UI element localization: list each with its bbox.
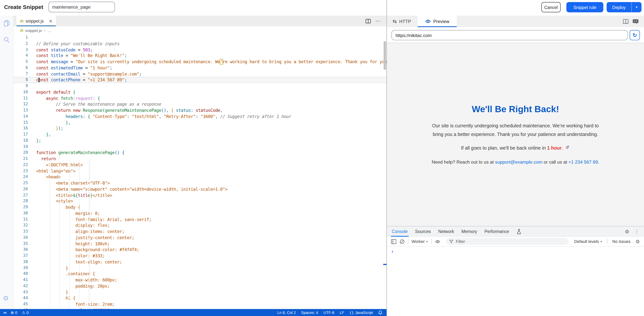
code-line[interactable]: 5const message = "Our site is currently … [14,59,387,65]
phone-link[interactable]: +1 234 567 89 [568,159,598,164]
breadcrumb-file[interactable]: snippet.js [25,28,42,33]
experiments-beaker-icon[interactable] [516,229,521,234]
code-line[interactable]: 32 display: flex; [14,222,387,228]
kebab-menu-icon[interactable]: ⋮ [634,229,639,234]
code-line[interactable]: 29 body { [14,204,387,210]
deploy-button[interactable]: Deploy [606,2,631,12]
code-line[interactable]: 46 color: #0056b3; [14,307,387,309]
code-line[interactable]: 39 } [14,265,387,271]
remote-indicator-icon[interactable]: >< [3,310,6,314]
language-mode[interactable]: {} JavaScript [350,310,373,314]
code-line[interactable]: 33 align-items: center; [14,228,387,234]
discord-chat-icon[interactable] [632,19,638,24]
warnings-indicator[interactable]: ⚠ 0 [22,310,29,315]
split-editor-icon[interactable] [366,19,371,23]
files-icon[interactable] [3,20,10,27]
code-line[interactable]: 13 return new Response(generateMaintenan… [14,107,387,113]
refresh-button[interactable]: ↻ [630,30,640,40]
cursor-position[interactable]: Ln 8, Col 2 [277,310,296,314]
code-line[interactable]: 20function generateMaintenancePage() { [14,150,387,156]
code-line[interactable]: 38 text-align: center; [14,259,387,265]
code-line[interactable]: 1 [14,35,387,41]
devtools-tab-sources[interactable]: Sources [415,226,431,236]
tab-preview[interactable]: Preview [418,16,457,27]
code-line[interactable]: 41 max-width: 600px; [14,277,387,283]
context-selector[interactable]: Worker ▾ [412,239,428,244]
deploy-dropdown-button[interactable]: ▾ [631,2,642,12]
code-line[interactable]: 45 font-size: 2rem; [14,301,387,307]
code-line[interactable]: 36 background-color: #f4f4f4; [14,247,387,253]
code-line[interactable]: 34 justify-content: center; [14,234,387,240]
code-line[interactable]: 6const estimatedTime = "1 hour"; [14,65,387,71]
code-editor[interactable]: 12// Define your customizable inputs3con… [14,35,387,309]
devtools-tab-memory[interactable]: Memory [462,226,477,236]
code-line[interactable]: 42 padding: 20px; [14,283,387,289]
editor-scrollbar[interactable] [383,35,386,309]
code-line[interactable]: 12 // Serve the maintenance page as a re… [14,101,387,107]
code-line[interactable]: 24 <head> [14,174,387,180]
code-line[interactable]: 15 }, [14,119,387,125]
code-line[interactable]: 17 }, [14,131,387,137]
indentation-setting[interactable]: Spaces: 4 [301,310,318,314]
console-sidebar-toggle-icon[interactable] [391,239,396,244]
console-settings-gear-icon[interactable]: ⚙ [636,239,640,244]
code-line[interactable]: 10export default { [14,89,387,95]
devtools-tab-console[interactable]: Console [392,226,408,236]
log-levels-dropdown[interactable]: Default levels ▾ [574,239,602,244]
console-output[interactable]: › [387,247,644,316]
tab-http[interactable]: ⇆ HTTP [393,16,411,27]
code-line[interactable]: 18}; [14,138,387,144]
code-line[interactable]: 3const statusCode = 503; [14,47,387,53]
issues-counter[interactable]: No Issues [612,239,630,244]
code-line[interactable]: 14 headers: { "Content-Type": "text/html… [14,113,387,119]
code-line[interactable]: 2// Define your customizable inputs [14,41,387,47]
filter-input[interactable] [455,239,565,244]
notifications-bell-icon[interactable] [378,310,382,315]
console-prompt-chevron[interactable]: › [391,249,394,254]
breadcrumb-more[interactable]: … [48,28,52,33]
support-email-link[interactable]: support@example.com [495,159,542,164]
live-expression-eye-icon[interactable] [435,239,440,243]
code-line[interactable]: 16 }); [14,125,387,131]
code-line[interactable]: 23<html lang="en"> [14,168,387,174]
encoding-setting[interactable]: UTF-8 [324,310,334,314]
code-line[interactable]: 19 [14,144,387,150]
code-line[interactable]: 35 height: 100vh; [14,241,387,247]
code-line[interactable]: 43 } [14,289,387,295]
code-line[interactable]: 28 <style> [14,198,387,204]
console-filter[interactable] [446,238,568,245]
eol-setting[interactable]: LF [340,310,344,314]
code-line[interactable]: 21 return ` [14,156,387,162]
code-line[interactable]: 22 <!DOCTYPE html> [14,162,387,168]
errors-indicator[interactable]: ⊗ 0 [11,310,17,315]
search-icon[interactable] [3,36,10,44]
devtools-settings-gear-icon[interactable]: ⚙ [625,229,629,234]
code-line[interactable]: 31 font-family: Arial, sans-serif; [14,216,387,222]
code-line[interactable]: 26 <meta name="viewport" content="width=… [14,186,387,192]
snippet-rule-button[interactable]: Snippet rule [566,2,604,12]
code-line[interactable]: 11 async fetch(request) { [14,95,387,101]
code-line[interactable]: 25 <meta charset="UTF-8"> [14,180,387,186]
settings-gear-icon[interactable]: ⚙ [3,294,9,302]
code-line[interactable]: 9 [14,83,387,89]
code-line[interactable]: 7const contactEmail = "support@example.c… [14,71,387,77]
cancel-button[interactable]: Cancel [542,2,561,12]
close-tab-icon[interactable]: × [49,18,52,24]
code-line[interactable]: 4const title = "We'll Be Right Back!"; [14,53,387,59]
tab-snippet-js[interactable]: JS snippet.js × [16,16,56,26]
preview-url-input[interactable] [391,30,628,40]
more-actions-icon[interactable]: ⋯ [376,18,381,24]
code-line[interactable]: 30 margin: 0; [14,210,387,216]
breadcrumb[interactable]: JS snippet.js › … [14,26,393,35]
code-line[interactable]: 44 h1 { [14,295,387,301]
code-line[interactable]: 37 color: #333; [14,253,387,259]
code-line[interactable]: 27 <title>${title}</title> [14,192,387,198]
code-line[interactable]: 8const contactPhone = "+1 234 567 89"; [14,77,387,83]
code-line[interactable]: 40 .container { [14,271,387,277]
snippet-name-input[interactable] [48,2,115,12]
devtools-tab-performance[interactable]: Performance [484,226,509,236]
devtools-tab-network[interactable]: Network [438,226,454,236]
docs-book-icon[interactable] [623,19,629,24]
scrollbar-thumb[interactable] [384,41,386,70]
clear-console-icon[interactable] [400,239,404,244]
